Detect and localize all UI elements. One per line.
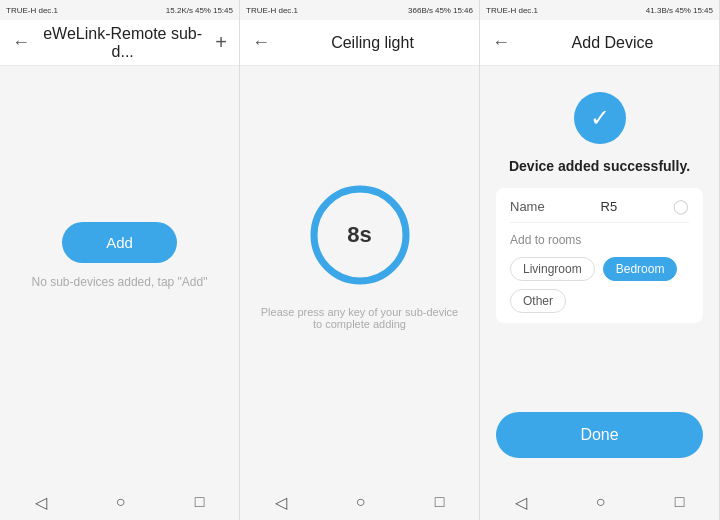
speed-text-1: 15.2K/s	[166, 6, 193, 15]
status-right-2: 366B/s 45% 15:46	[408, 6, 473, 15]
panel3-content: ✓ Device added successfully. Name R5 ◯ A…	[480, 66, 719, 484]
panel2-title: Ceiling light	[278, 34, 467, 52]
back-button-2[interactable]: ←	[252, 32, 270, 53]
back-nav-3[interactable]: ◁	[515, 493, 527, 512]
back-nav-1[interactable]: ◁	[35, 493, 47, 512]
name-row: Name R5 ◯	[510, 198, 689, 223]
add-subdevice-button[interactable]: Add	[62, 222, 177, 263]
done-button[interactable]: Done	[496, 412, 703, 458]
device-form: Name R5 ◯ Add to rooms Livingroom Bedroo…	[496, 188, 703, 323]
recent-nav-1[interactable]: □	[195, 493, 205, 511]
carrier-text-3: TRUE-H dec.1	[486, 6, 538, 15]
back-button-3[interactable]: ←	[492, 32, 510, 53]
bottom-nav-1: ◁ ○ □	[0, 484, 239, 520]
panel1-content: Add No sub-devices added, tap "Add"	[0, 66, 239, 484]
recent-nav-2[interactable]: □	[435, 493, 445, 511]
top-bar-2: ← Ceiling light	[240, 20, 479, 66]
speed-text-3: 41.3B/s	[646, 6, 673, 15]
time-text-1: 15:45	[213, 6, 233, 15]
carrier-text-2: TRUE-H dec.1	[246, 6, 298, 15]
room-chip-other[interactable]: Other	[510, 289, 566, 313]
bottom-nav-2: ◁ ○ □	[240, 484, 479, 520]
success-message: Device added successfully.	[509, 158, 690, 174]
status-bar-3: TRUE-H dec.1 41.3B/s 45% 15:45	[480, 0, 719, 20]
rooms-section-label: Add to rooms	[510, 233, 689, 247]
panel3-title: Add Device	[518, 34, 707, 52]
progress-ring: 8s	[305, 180, 415, 290]
battery-text-3: 45%	[675, 6, 691, 15]
top-bar-3: ← Add Device	[480, 20, 719, 66]
room-chip-livingroom[interactable]: Livingroom	[510, 257, 595, 281]
status-right-3: 41.3B/s 45% 15:45	[646, 6, 713, 15]
panel-add-device: TRUE-H dec.1 41.3B/s 45% 15:45 ← Add Dev…	[480, 0, 720, 520]
countdown-text: 8s	[347, 222, 371, 248]
back-button-1[interactable]: ←	[12, 32, 30, 53]
bottom-nav-3: ◁ ○ □	[480, 484, 719, 520]
status-left-1: TRUE-H dec.1	[6, 6, 58, 15]
panel2-hint: Please press any key of your sub-device …	[240, 306, 479, 330]
battery-text-2: 45%	[435, 6, 451, 15]
success-icon-circle: ✓	[574, 92, 626, 144]
status-right-1: 15.2K/s 45% 15:45	[166, 6, 233, 15]
add-tab-button[interactable]: +	[215, 31, 227, 54]
name-edit-icon[interactable]: ◯	[673, 198, 689, 214]
panel-ceiling-light: TRUE-H dec.1 366B/s 45% 15:46 ← Ceiling …	[240, 0, 480, 520]
name-value: R5	[545, 199, 673, 214]
carrier-text-1: TRUE-H dec.1	[6, 6, 58, 15]
speed-text-2: 366B/s	[408, 6, 433, 15]
home-nav-1[interactable]: ○	[116, 493, 126, 511]
no-devices-label: No sub-devices added, tap "Add"	[32, 275, 208, 289]
time-text-3: 15:45	[693, 6, 713, 15]
time-text-2: 15:46	[453, 6, 473, 15]
panel2-content: 8s Please press any key of your sub-devi…	[240, 66, 479, 484]
recent-nav-3[interactable]: □	[675, 493, 685, 511]
top-bar-1: ← eWeLink-Remote sub-d... +	[0, 20, 239, 66]
status-bar-2: TRUE-H dec.1 366B/s 45% 15:46	[240, 0, 479, 20]
panel-subdevice: TRUE-H dec.1 15.2K/s 45% 15:45 ← eWeLink…	[0, 0, 240, 520]
status-bar-1: TRUE-H dec.1 15.2K/s 45% 15:45	[0, 0, 239, 20]
room-chip-bedroom[interactable]: Bedroom	[603, 257, 678, 281]
status-left-2: TRUE-H dec.1	[246, 6, 298, 15]
battery-text-1: 45%	[195, 6, 211, 15]
panel1-title: eWeLink-Remote sub-d...	[38, 25, 207, 61]
name-label: Name	[510, 199, 545, 214]
rooms-row: Livingroom Bedroom Other	[510, 257, 689, 313]
back-nav-2[interactable]: ◁	[275, 493, 287, 512]
home-nav-2[interactable]: ○	[356, 493, 366, 511]
checkmark-icon: ✓	[590, 104, 610, 132]
home-nav-3[interactable]: ○	[596, 493, 606, 511]
status-left-3: TRUE-H dec.1	[486, 6, 538, 15]
